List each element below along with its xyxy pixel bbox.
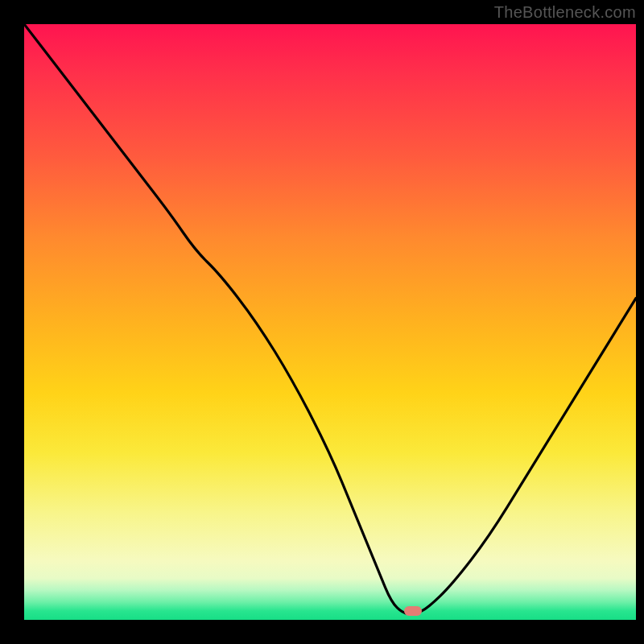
curve-svg: [24, 24, 636, 620]
chart-container: TheBottleneck.com: [0, 0, 644, 644]
plot-area: [24, 24, 636, 620]
bottleneck-curve: [24, 24, 636, 614]
optimal-marker: [404, 606, 422, 616]
watermark-text: TheBottleneck.com: [494, 3, 636, 22]
